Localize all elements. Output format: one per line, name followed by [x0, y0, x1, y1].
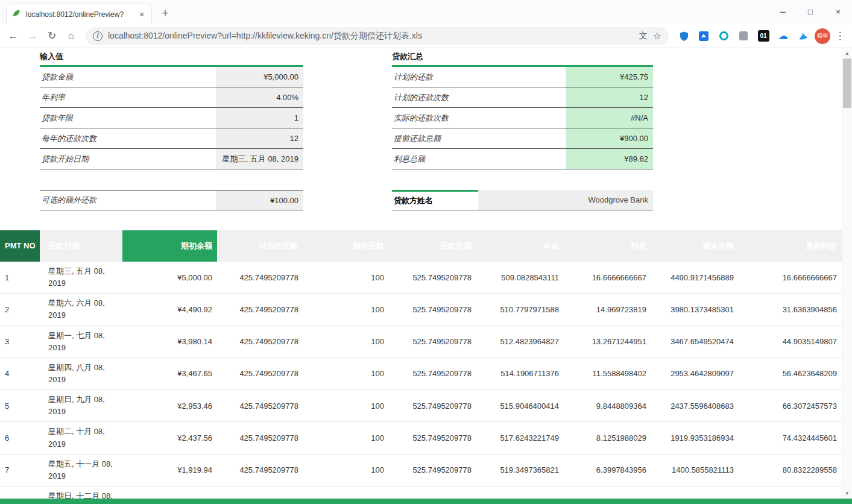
row-value: 12	[216, 128, 303, 148]
table-row: 5星期日, 九月 08, 2019¥2,953.46425.7495209778…	[0, 390, 842, 422]
table-cell: 4490.9171456889	[651, 262, 739, 293]
table-cell: 3467.6549520474	[651, 326, 739, 358]
sheet-row: 贷款年限1	[40, 108, 303, 128]
home-icon[interactable]: ⌂	[63, 28, 80, 45]
table-row: 7星期五, 十一月 08, 2019¥1,919.94425.749520977…	[0, 455, 842, 487]
table-cell: 3	[0, 326, 40, 358]
profile-avatar[interactable]: 精华	[815, 28, 830, 44]
sheet-row: 利息总额¥89.62	[392, 149, 653, 169]
shield-extension-icon[interactable]	[677, 30, 690, 43]
sheet-row: 年利率4.00%	[40, 87, 303, 108]
url-text[interactable]: localhost:8012/onlinePreview?url=http://…	[108, 31, 634, 42]
table-cell: 9.8448809364	[564, 390, 651, 421]
table-cell: ¥3,980.14	[122, 326, 217, 358]
cloud-extension-icon[interactable]: ☁	[777, 30, 790, 43]
table-cell: 425.7495209778	[217, 390, 303, 421]
table-cell: 425.7495209778	[217, 422, 303, 453]
table-cell: 517.6243221749	[476, 422, 564, 453]
table-cell: 1919.9353186934	[651, 422, 739, 453]
table-cell: 525.7495209778	[389, 326, 476, 358]
back-icon[interactable]: ←	[5, 28, 22, 45]
vertical-scrollbar[interactable]: ▲ ▼	[842, 48, 852, 499]
sheet-row: 贷款开始日期星期三, 五月 08, 2019	[40, 149, 303, 169]
new-tab-button[interactable]: +	[158, 6, 172, 20]
column-header: 累积利息	[739, 230, 842, 262]
ring-extension-icon[interactable]	[717, 30, 730, 43]
table-cell: 星期六, 六月 08, 2019	[40, 294, 122, 325]
row-label: 年利率	[40, 87, 216, 107]
column-header: 本金	[476, 230, 564, 262]
row-label: 每年的还款次数	[40, 128, 216, 148]
blue-square-extension-icon[interactable]	[697, 30, 710, 43]
row-label: 贷款金额	[40, 67, 216, 87]
browser-tab[interactable]: localhost:8012/onlinePreview? ×	[6, 4, 152, 24]
table-row: 3星期一, 七月 08, 2019¥3,980.14425.7495209778…	[0, 326, 842, 358]
sheet-row: 每年的还款次数12	[40, 128, 303, 149]
scroll-up-icon[interactable]: ▲	[842, 48, 852, 58]
table-cell: 525.7495209778	[389, 390, 476, 421]
row-label: 实际的还款次数	[392, 108, 566, 128]
minimize-button[interactable]: ─	[769, 0, 797, 23]
tab-close-icon[interactable]: ×	[137, 10, 147, 19]
input-section: 输入值 贷款金额¥5,000.00年利率4.00%贷款年限1每年的还款次数12贷…	[40, 49, 303, 210]
browser-menu-icon[interactable]: ⋮	[833, 29, 847, 43]
row-label: 利息总额	[392, 149, 566, 169]
address-bar[interactable]: i localhost:8012/onlinePreview?url=http:…	[86, 27, 669, 45]
forward-icon[interactable]: →	[24, 28, 41, 45]
table-cell: 525.7495209778	[389, 455, 476, 486]
table-cell: 100	[303, 455, 389, 486]
table-cell: 425.7495209778	[217, 294, 303, 325]
table-cell: 100	[303, 358, 389, 389]
browser-toolbar: ← → ↻ ⌂ i localhost:8012/onlinePreview?u…	[0, 24, 852, 48]
table-cell: 100	[303, 262, 389, 293]
row-value: 4.00%	[216, 87, 303, 107]
sheet-row: 计划的还款次数12	[392, 87, 653, 108]
column-header: 额外还款	[303, 230, 389, 262]
table-cell: 425.7495209778	[217, 262, 303, 293]
column-header: 利息	[564, 230, 651, 262]
row-label: 贷款年限	[40, 108, 216, 128]
table-cell: 425.7495209778	[217, 455, 303, 486]
table-cell: 11.5588498402	[564, 358, 651, 389]
bookmark-star-icon[interactable]: ☆	[653, 30, 661, 42]
scrollbar-thumb[interactable]	[843, 58, 851, 108]
table-cell: 3980.1373485301	[651, 294, 739, 325]
sheet-row: 计划的还款¥425.75	[392, 67, 653, 87]
refresh-icon[interactable]: ↻	[43, 28, 60, 45]
table-cell: 74.4324445601	[739, 422, 842, 453]
table-cell: 519.3497365821	[476, 455, 564, 486]
lender-row: 贷款方姓名 Woodgrove Bank	[392, 190, 653, 210]
sheet-row: 实际的还款次数#N/A	[392, 108, 653, 128]
close-button[interactable]: ×	[824, 0, 852, 23]
input-rows: 贷款金额¥5,000.00年利率4.00%贷款年限1每年的还款次数12贷款开始日…	[40, 67, 303, 169]
table-cell: 56.4623648209	[739, 358, 842, 389]
table-cell: 星期五, 十一月 08, 2019	[40, 455, 122, 486]
table-row: 4星期四, 八月 08, 2019¥3,467.65425.7495209778…	[0, 358, 842, 390]
scroll-down-icon[interactable]: ▼	[842, 488, 852, 499]
row-value: #N/A	[566, 108, 653, 128]
table-cell: ¥4,490.92	[122, 294, 217, 325]
sheet-row: 贷款金额¥5,000.00	[40, 67, 303, 87]
table-cell: 16.6666666667	[739, 262, 842, 293]
tab-title: localhost:8012/onlinePreview?	[26, 10, 132, 19]
gray-extension-icon[interactable]	[737, 30, 750, 43]
row-value: 12	[566, 87, 653, 107]
column-header: 期初余额	[122, 230, 217, 262]
table-cell: 512.4823964827	[476, 326, 564, 358]
translate-icon[interactable]: 文	[639, 31, 648, 42]
table-cell: 100	[303, 422, 389, 453]
amortization-table: PMT NO还款日期期初余额计划的还款额外还款还款总额本金利息期末余额累积利息 …	[0, 230, 842, 504]
table-cell: 80.8322289558	[739, 455, 842, 486]
table-cell: 510.7797971588	[476, 294, 564, 325]
table-row: 6星期二, 十月 08, 2019¥2,437.56425.7495209778…	[0, 422, 842, 454]
sheet-row: 提前还款总额¥900.00	[392, 128, 653, 149]
row-value: ¥425.75	[566, 67, 653, 87]
row-value: ¥100.00	[216, 191, 303, 210]
row-label: 可选的额外还款	[40, 191, 216, 210]
badge-01-extension-icon[interactable]: 01	[757, 30, 770, 43]
page-info-icon[interactable]: i	[93, 31, 103, 41]
maximize-button[interactable]: □	[797, 0, 824, 23]
bird-extension-icon[interactable]	[797, 30, 810, 43]
table-cell: ¥2,437.56	[122, 422, 217, 453]
table-cell: 515.9046400414	[476, 390, 564, 421]
